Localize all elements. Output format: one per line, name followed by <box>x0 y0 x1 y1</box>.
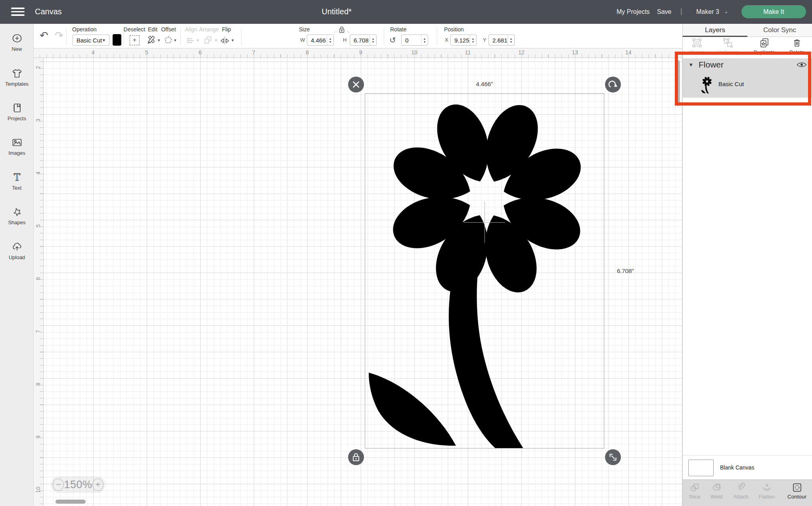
contour-button[interactable]: Contour <box>786 482 808 500</box>
layer-group-flower[interactable]: ▾ Flower Basic Cut <box>683 58 812 98</box>
star-shape-icon <box>11 206 23 218</box>
my-projects-link[interactable]: My Projects <box>617 8 650 15</box>
flatten-button[interactable]: Flatten <box>756 482 778 500</box>
document-title: Untitled* <box>322 7 352 16</box>
sidebar-item-text[interactable]: T Text <box>0 171 34 191</box>
trash-icon <box>791 37 802 48</box>
slice-button[interactable]: Slice <box>684 482 706 500</box>
sidebar-item-images[interactable]: Images <box>0 137 34 156</box>
close-icon <box>348 77 364 92</box>
tshirt-icon <box>11 67 23 79</box>
zoom-in-button[interactable]: + <box>92 479 103 491</box>
duplicate-button[interactable]: Duplicate <box>752 37 777 56</box>
project-book-icon <box>11 102 23 114</box>
flatten-icon <box>762 482 772 493</box>
resize-diagonal-icon <box>605 449 621 465</box>
tab-color-sync[interactable]: Color Sync <box>747 24 812 37</box>
height-stepper[interactable]: ▲▼ <box>370 35 376 45</box>
align-label: Align <box>185 26 197 33</box>
layer-operation-name: Basic Cut <box>718 81 744 87</box>
sidebar-item-upload[interactable]: Upload <box>0 241 34 260</box>
rotate-input[interactable]: 0 ▲▼ <box>401 35 428 46</box>
redo-icon[interactable]: ↷ <box>55 29 63 41</box>
offset-label: Offset <box>161 26 176 33</box>
canvas-vertical-scrollbar[interactable] <box>677 60 680 106</box>
contour-icon <box>792 482 802 493</box>
arrange-caret-icon[interactable]: ▾ <box>215 38 217 43</box>
height-axis-label: H <box>343 37 347 43</box>
disclosure-triangle-icon[interactable]: ▾ <box>689 61 693 68</box>
selection-rotate-handle[interactable] <box>605 77 621 92</box>
make-it-button[interactable]: Make It <box>741 5 806 18</box>
machine-select[interactable]: Maker 3 <box>696 8 719 15</box>
zoom-level: 150% <box>64 479 92 491</box>
layer-thumbnail-flower <box>701 76 713 94</box>
height-input[interactable]: 6.708 ▲▼ <box>350 35 377 46</box>
delete-button[interactable]: Delete <box>784 37 810 56</box>
layers-panel: Layers Color Sync Group UnGroup Duplicat… <box>682 24 812 506</box>
svg-text:T: T <box>13 172 20 183</box>
blank-canvas-label: Blank Canvas <box>720 464 754 471</box>
y-axis-label: Y <box>483 37 486 43</box>
rotate-stepper[interactable]: ▲▼ <box>421 35 428 45</box>
sidebar-item-new[interactable]: New <box>0 33 34 52</box>
group-icon <box>691 37 703 48</box>
group-button[interactable]: Group <box>684 37 710 56</box>
edit-caret-icon[interactable]: ▾ <box>158 38 160 43</box>
lock-icon <box>348 449 364 465</box>
selection-lock-handle[interactable] <box>348 449 364 465</box>
color-swatch[interactable] <box>113 34 121 46</box>
undo-icon[interactable]: ↶ <box>40 29 48 41</box>
offset-caret-icon[interactable]: ▾ <box>174 38 176 43</box>
sidebar-item-shapes[interactable]: Shapes <box>0 206 34 225</box>
arrange-icon[interactable] <box>203 35 214 46</box>
operation-select[interactable]: Basic Cut ▼ <box>73 35 109 46</box>
header-divider: | <box>680 7 682 15</box>
x-position-input[interactable]: 9.125 ▲▼ <box>450 35 477 46</box>
ruler-vertical: 2 3 4 5 6 7 8 9 10 <box>34 58 44 506</box>
flip-icon[interactable] <box>219 35 230 46</box>
y-stepper[interactable]: ▲▼ <box>508 35 514 45</box>
save-link[interactable]: Save <box>657 8 671 15</box>
zoom-out-button[interactable]: − <box>53 479 64 491</box>
x-axis-label: X <box>445 37 448 43</box>
align-caret-icon[interactable]: ▾ <box>197 38 199 43</box>
blank-canvas-row[interactable]: Blank Canvas <box>683 456 812 479</box>
weld-button[interactable]: Weld <box>705 482 728 500</box>
attach-paperclip-icon <box>736 482 747 493</box>
edit-pencils-icon[interactable] <box>146 35 157 46</box>
deselect-icon[interactable]: + <box>130 35 140 45</box>
size-lock-icon[interactable] <box>334 25 350 34</box>
flip-caret-icon[interactable]: ▾ <box>232 38 234 43</box>
new-plus-icon <box>11 33 23 44</box>
slice-icon <box>689 482 700 493</box>
zoom-control: − 150% + <box>51 476 105 493</box>
rotate-icon[interactable]: ↺ <box>389 35 396 45</box>
sidebar-item-templates[interactable]: Templates <box>0 67 34 87</box>
ungroup-button[interactable]: UnGroup <box>715 37 741 56</box>
app-header: Canvas Untitled* My Projects Save | Make… <box>0 0 812 24</box>
y-position-input[interactable]: 2.681 ▲▼ <box>488 35 515 46</box>
edit-label: Edit <box>148 26 157 33</box>
image-icon <box>11 137 23 148</box>
attach-button[interactable]: Attach <box>730 482 752 500</box>
x-stepper[interactable]: ▲▼ <box>469 35 476 45</box>
offset-icon[interactable] <box>163 35 174 46</box>
visibility-eye-icon[interactable] <box>797 62 807 68</box>
sidebar-item-projects[interactable]: Projects <box>0 102 34 121</box>
width-input[interactable]: 4.466 ▲▼ <box>307 35 334 46</box>
canvas-horizontal-scrollbar[interactable] <box>56 500 86 504</box>
weld-icon <box>711 482 722 493</box>
selection-bounding-box[interactable] <box>365 93 604 448</box>
hamburger-menu-icon[interactable] <box>11 8 25 16</box>
tab-layers[interactable]: Layers <box>683 24 747 37</box>
select-caret-icon: ▼ <box>102 38 106 42</box>
align-icon[interactable] <box>186 35 196 46</box>
selection-close-handle[interactable] <box>348 77 364 92</box>
ungroup-icon <box>722 37 733 48</box>
flip-label: Flip <box>222 26 231 33</box>
selection-resize-handle[interactable] <box>605 449 621 465</box>
arrange-label: Arrange <box>199 26 219 33</box>
layer-row-basic-cut[interactable]: Basic Cut <box>683 74 812 96</box>
width-stepper[interactable]: ▲▼ <box>327 35 333 45</box>
